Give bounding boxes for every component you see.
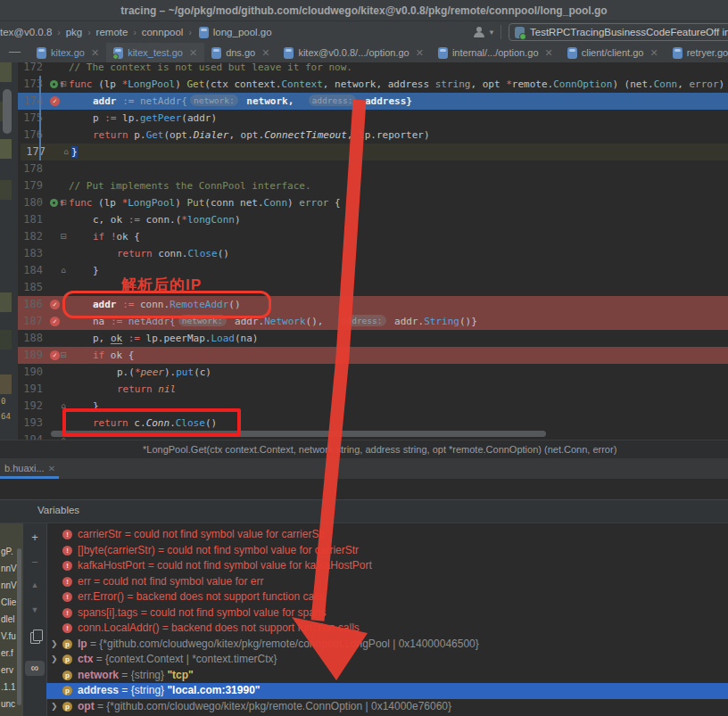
fold-marker[interactable]: ⊟ xyxy=(59,347,68,364)
annotation-label: 解析后的IP xyxy=(121,275,202,295)
editor-tab-kitex-go[interactable]: kitex.go✕ xyxy=(29,43,106,62)
frame-item-partial[interactable]: .1.1 xyxy=(1,682,22,692)
close-icon[interactable]: ✕ xyxy=(189,47,197,59)
go-file-icon xyxy=(199,27,209,38)
variable-row-address[interactable]: paddress = {string} "local.com:31990" xyxy=(46,683,728,699)
implements-icon[interactable] xyxy=(50,80,58,88)
line-number[interactable]: 186 xyxy=(18,296,43,313)
variable-row-network[interactable]: pnetwork = {string} "tcp" xyxy=(46,668,728,684)
line-number[interactable]: 189 xyxy=(18,347,43,364)
breakpoint-icon[interactable]: ✓ xyxy=(50,96,60,106)
close-icon[interactable]: ✕ xyxy=(261,47,269,59)
code-line-174: 174✓addr := netAddr{network: network, ad… xyxy=(18,93,728,110)
editor-tab-kitex-test-go[interactable]: kitex_test.go✕ xyxy=(106,43,204,62)
breadcrumb-separator: › xyxy=(133,28,136,37)
frame-item-partial[interactable]: V.fu xyxy=(1,631,22,641)
variable-row-lp[interactable]: ❯plp = {*github.com/cloudwego/kitex/pkg/… xyxy=(46,637,728,653)
copy-icon[interactable] xyxy=(23,632,46,646)
parameter-icon: p xyxy=(62,686,72,695)
fold-marker[interactable]: ⌂ xyxy=(62,144,70,160)
close-icon[interactable]: ✕ xyxy=(91,47,99,59)
expand-chevron-icon[interactable]: ❯ xyxy=(51,637,58,653)
frame-item-partial[interactable]: erv xyxy=(1,665,22,675)
close-icon[interactable]: ✕ xyxy=(545,47,553,59)
frame-item-partial[interactable]: dlel xyxy=(1,614,22,624)
move-up-button[interactable]: ▲ xyxy=(23,580,46,589)
show-watches-button[interactable]: ∞ xyxy=(25,661,45,676)
fold-marker[interactable]: ⊟ xyxy=(59,76,68,93)
go-file-icon xyxy=(567,47,577,59)
variable-row-ctx[interactable]: ❯pctx = {context.Context | *context.time… xyxy=(46,652,728,668)
close-icon[interactable]: ✕ xyxy=(48,464,55,473)
chevron-down-icon: ▼ xyxy=(488,29,495,37)
line-number[interactable]: 181 xyxy=(18,211,43,228)
frame-item-partial[interactable]: Clie xyxy=(1,597,22,607)
editor-tab-client-client-go[interactable]: client/client.go✕ xyxy=(560,43,666,62)
line-number[interactable]: 183 xyxy=(18,245,43,262)
hide-tabs-icon[interactable]: — xyxy=(0,45,29,61)
line-number[interactable]: 172 xyxy=(18,62,43,76)
variable-row-expr-3[interactable]: !err = could not find symbol value for e… xyxy=(46,574,728,590)
variable-row-expr-4[interactable]: !err.Error() = backend does not support … xyxy=(46,589,728,605)
run-configuration-selector[interactable]: TestRPCTracingBusinessCodeFeatureOff in … xyxy=(509,23,728,41)
implements-icon[interactable] xyxy=(50,199,58,207)
editor-tab-retryer-go[interactable]: retryer.go✕ xyxy=(666,43,728,62)
line-number[interactable]: 187 xyxy=(18,313,43,330)
breadcrumb-item[interactable]: remote xyxy=(96,27,128,37)
frame-item-partial[interactable]: unc xyxy=(1,699,22,709)
code-line-173: 173↑⊟func (lp *LongPool) Get(ctx context… xyxy=(18,76,728,93)
variable-row-expr-1[interactable]: ![]byte(carrierStr) = could not find sym… xyxy=(46,543,728,559)
close-icon[interactable]: ✕ xyxy=(416,47,424,59)
expand-chevron-icon[interactable]: ❯ xyxy=(51,699,58,715)
line-number[interactable]: 185 xyxy=(18,279,43,296)
variable-row-opt[interactable]: ❯popt = {*github.com/cloudwego/kitex/pkg… xyxy=(46,699,728,715)
code-editor[interactable]: 064 172// The context is not used but le… xyxy=(0,62,728,440)
debug-tab-strip: b.huaxi...✕ xyxy=(0,458,728,480)
frame-item-partial[interactable]: nnV xyxy=(1,564,22,573)
breadcrumb-file[interactable]: long_pool.go xyxy=(213,27,272,37)
fold-marker[interactable]: ⌂ xyxy=(59,262,68,279)
go-file-icon xyxy=(673,47,682,59)
breadcrumb-item[interactable]: pkg xyxy=(66,27,83,37)
breadcrumb-item[interactable]: connpool xyxy=(142,27,184,37)
variable-row-expr-5[interactable]: !spans[i].tags = could not find symbol v… xyxy=(46,605,728,621)
remove-watch-button[interactable]: − xyxy=(23,556,46,569)
variable-row-expr-0[interactable]: !carrierStr = could not find symbol valu… xyxy=(46,527,728,543)
variable-row-expr-6[interactable]: !conn.LocalAddr() = backend does not sup… xyxy=(46,621,728,637)
debug-session-tab[interactable]: b.huaxi...✕ xyxy=(0,458,59,479)
line-number[interactable]: 192 xyxy=(18,398,43,415)
editor-tab-internal-option-go[interactable]: internal/.../option.go✕ xyxy=(431,43,560,62)
expand-chevron-icon[interactable]: ❯ xyxy=(51,652,58,668)
line-number[interactable]: 179 xyxy=(18,177,43,194)
line-number[interactable]: 188 xyxy=(18,330,43,347)
fold-marker[interactable]: ⊟ xyxy=(59,228,68,245)
error-icon: ! xyxy=(62,530,72,539)
line-number[interactable]: 180 xyxy=(18,194,43,211)
mini-scrollbar[interactable] xyxy=(3,89,12,134)
line-number[interactable]: 193 xyxy=(18,415,43,432)
window-titlebar: tracing – ~/go/pkg/mod/github.com/cloudw… xyxy=(0,0,728,21)
frame-item-partial[interactable]: er.f xyxy=(1,648,22,658)
breakpoint-icon[interactable]: ✓ xyxy=(50,317,60,326)
breadcrumb-item[interactable]: tex@v0.0.8 xyxy=(0,27,52,37)
move-down-button[interactable]: ▼ xyxy=(23,605,46,614)
line-number[interactable]: 184 xyxy=(18,262,43,279)
user-icon[interactable] xyxy=(474,27,485,37)
line-number[interactable]: 190 xyxy=(18,364,43,381)
breakpoint-icon[interactable]: ✓ xyxy=(50,300,60,309)
close-icon[interactable]: ✕ xyxy=(649,47,658,59)
line-number[interactable]: 178 xyxy=(18,160,43,177)
add-watch-button[interactable]: + xyxy=(23,531,46,544)
frames-strip[interactable]: gP.nnVnnVCliedlelV.fuer.ferv.1.1uncunc xyxy=(0,523,23,716)
code-line-183: 183return conn.Close() xyxy=(18,245,728,262)
fold-marker[interactable]: ⊟ xyxy=(59,194,68,211)
frame-item-partial[interactable]: nnV xyxy=(1,580,22,590)
frame-item-partial[interactable]: gP. xyxy=(1,547,22,556)
editor-tab-kitex-v0-0-8-option-go[interactable]: kitex@v0.0.8/.../option.go✕ xyxy=(277,43,431,62)
line-number[interactable]: 191 xyxy=(18,381,43,398)
line-number[interactable]: 194 xyxy=(18,432,43,440)
line-number[interactable]: 177 xyxy=(21,144,46,160)
editor-tab-dns-go[interactable]: dns.go✕ xyxy=(204,43,277,62)
variable-row-expr-2[interactable]: !kafkaHostPort = could not find symbol v… xyxy=(46,558,728,574)
line-number[interactable]: 182 xyxy=(18,228,43,245)
